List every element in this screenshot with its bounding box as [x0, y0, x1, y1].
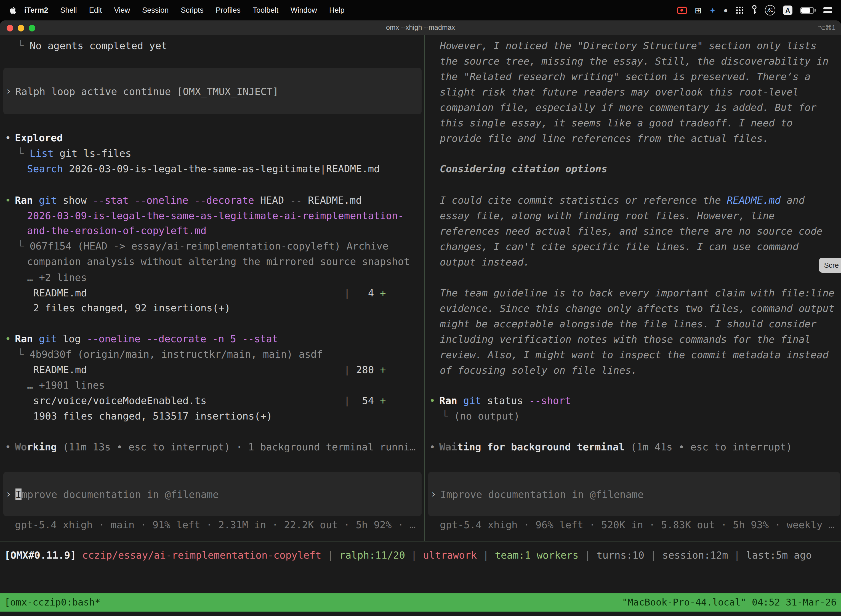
- diff-summary: 2 files changed, 92 insertions(+): [33, 300, 230, 316]
- pane-bottom-border: [0, 541, 841, 541]
- key-icon[interactable]: [752, 5, 757, 16]
- prompt-text: Improve documentation in @filename: [440, 488, 644, 500]
- no-output-line: └ (no output): [442, 408, 520, 424]
- left-pane[interactable]: └ No agents completed yet ›Ralph loop ac…: [0, 35, 424, 541]
- grid-icon[interactable]: ⊞: [695, 6, 702, 14]
- agents-status-text: No agents completed yet: [29, 40, 167, 51]
- bullet-icon: •: [5, 439, 15, 455]
- diff-stat-row: README.md|280+: [33, 362, 386, 378]
- separator: |: [579, 549, 596, 561]
- tree-glyph: └: [442, 410, 454, 422]
- omx-session: session:12m: [662, 549, 728, 561]
- menu-session[interactable]: Session: [136, 0, 175, 21]
- list-args: git ls-files: [54, 147, 131, 159]
- stat-count: 280: [356, 362, 374, 378]
- menubar-status-icons: ⊞ ✦ ● .61 A: [677, 5, 841, 16]
- stat-file: README.md: [33, 362, 344, 378]
- menu-profiles[interactable]: Profiles: [210, 0, 247, 21]
- truncated-lines-note: … +1901 lines: [27, 378, 105, 393]
- tree-glyph: └: [18, 348, 29, 360]
- stat-separator: |: [344, 287, 350, 299]
- stat-separator: |: [344, 364, 350, 375]
- truncated-lines-note: … +2 lines: [27, 270, 87, 285]
- window-shortcut-badge: ⌥⌘1: [818, 21, 835, 35]
- output-text: (no output): [454, 410, 520, 422]
- screen-recording-indicator-icon[interactable]: [677, 6, 687, 14]
- menu-window[interactable]: Window: [284, 0, 323, 21]
- banner-prompt-icon: ›: [6, 84, 12, 99]
- menu-help[interactable]: Help: [323, 0, 351, 21]
- git-subcommand: status: [481, 395, 523, 406]
- essay-filename-line2: and-the-erosion-of-copyleft.md: [27, 223, 207, 238]
- dots-grid-icon[interactable]: [736, 6, 744, 14]
- screen: iTerm2 Shell Edit View Session Scripts P…: [0, 0, 841, 616]
- waiting-status-line: •Waiting for background terminal (1m 41s…: [429, 439, 792, 455]
- bullet-icon: •: [5, 193, 15, 208]
- spark-icon[interactable]: ✦: [709, 6, 716, 14]
- separator: |: [644, 549, 662, 561]
- paragraph-text: I could cite commit statistics or refere…: [440, 194, 727, 206]
- thinking-paragraph-3: The team guideline is to back every impo…: [440, 285, 838, 378]
- model-status-line: gpt-5.4 xhigh · main · 91% left · 2.31M …: [15, 517, 416, 532]
- menu-shell[interactable]: Shell: [54, 0, 83, 21]
- git-subcommand: show: [57, 194, 86, 206]
- tmux-host-time: "MacBook-Pro-44.local" 04:52 31-Mar-26: [622, 593, 837, 612]
- omx-status-line: [OMX#0.11.9]cczip/essay/ai-reimplementat…: [4, 547, 812, 563]
- git-args: HEAD -- README.md: [254, 194, 362, 206]
- stat-file: src/voice/voiceModeEnabled.ts: [33, 393, 344, 408]
- battery-percent-badge[interactable]: .61: [765, 5, 775, 15]
- ran-label: Ran: [439, 395, 457, 406]
- prompt-input[interactable]: ›Improve documentation in @filename: [3, 472, 422, 516]
- menu-app-name[interactable]: iTerm2: [24, 0, 54, 21]
- git-subcommand: log: [57, 333, 81, 345]
- explored-title: Explored: [15, 132, 63, 144]
- prompt-text: Improve documentation in @filename: [15, 488, 219, 500]
- omx-branch: cczip/essay/ai-reimplementation-copyleft: [82, 549, 321, 561]
- readme-link[interactable]: README.md: [727, 194, 781, 206]
- ran-label: Ran: [15, 194, 33, 206]
- battery-icon[interactable]: [800, 7, 814, 13]
- text-cursor: I: [15, 488, 22, 500]
- menu-view[interactable]: View: [108, 0, 136, 21]
- stat-plus: +: [380, 395, 386, 406]
- bullet-icon: •: [5, 331, 15, 347]
- separator: |: [477, 549, 495, 561]
- screen-tooltip: Scre: [819, 258, 841, 273]
- input-source-icon[interactable]: A: [783, 6, 793, 15]
- omx-team: team:1 workers: [495, 549, 578, 561]
- status-circle-icon[interactable]: ●: [724, 7, 728, 14]
- diff-summary: 1903 files changed, 513517 insertions(+): [33, 408, 273, 424]
- menu-toolbelt[interactable]: Toolbelt: [247, 0, 284, 21]
- tmux-session-info: [omx-cczip0:bash*: [4, 593, 100, 612]
- apple-menu-icon[interactable]: [9, 6, 16, 14]
- menu-scripts[interactable]: Scripts: [175, 0, 210, 21]
- git-keyword: git: [33, 333, 57, 345]
- window-title: omx --xhigh --madmax: [0, 21, 841, 35]
- waiting-label-dim: Wai: [439, 441, 457, 453]
- ran-git-log-line: •Ran git log --oneline --decorate -n 5 -…: [5, 331, 278, 347]
- right-pane[interactable]: However, I noticed the "Directory Struct…: [425, 35, 841, 541]
- bullet-icon: •: [429, 439, 439, 455]
- thinking-paragraph-2: I could cite commit statistics or refere…: [440, 193, 838, 270]
- prompt-arrow-icon: ›: [6, 486, 12, 502]
- control-center-icon[interactable]: [823, 7, 832, 13]
- bullet-icon: •: [5, 130, 15, 146]
- macos-menubar: iTerm2 Shell Edit View Session Scripts P…: [0, 0, 841, 21]
- diff-stat-row: src/voice/voiceModeEnabled.ts|54+: [33, 393, 386, 408]
- search-args: 2026-03-09-is-legal-the-same-as-legitima…: [63, 163, 380, 175]
- ralph-banner: ›Ralph loop active continue [OMX_TMUX_IN…: [3, 68, 422, 114]
- window-titlebar[interactable]: omx --xhigh --madmax ⌥⌘1: [0, 21, 841, 35]
- stat-separator: |: [344, 395, 350, 406]
- search-keyword: Search: [27, 163, 63, 175]
- stat-plus: +: [380, 287, 386, 299]
- thinking-paragraph-1: However, I noticed the "Directory Struct…: [440, 38, 838, 146]
- essay-filename-line1: 2026-03-09-is-legal-the-same-as-legitima…: [27, 208, 404, 224]
- omx-ralph-counter: ralph:11/20: [339, 549, 405, 561]
- waiting-detail: (1m 41s • esc to interrupt): [625, 441, 792, 453]
- menu-edit[interactable]: Edit: [83, 0, 108, 21]
- commit-text: 4b9d30f (origin/main, instructkr/main, m…: [29, 348, 322, 360]
- stat-plus: +: [380, 364, 386, 375]
- git-flags: --short: [523, 395, 571, 406]
- working-detail: (11m 13s • esc to interrupt) · 1 backgro…: [57, 441, 416, 453]
- prompt-input[interactable]: ›Improve documentation in @filename: [428, 472, 840, 516]
